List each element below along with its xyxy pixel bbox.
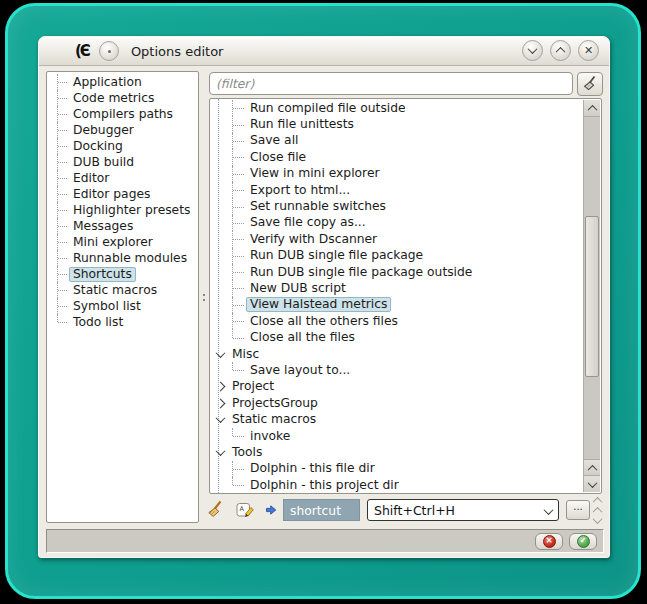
window-title: Options editor [131,44,224,59]
tree-item-label: Run file unittests [246,117,358,132]
sidebar-item-label: Runnable modules [69,251,191,266]
scrollbar-thumb[interactable] [585,216,599,378]
chevron-down-icon [587,478,597,488]
tree-row[interactable]: Save file copy as... [211,215,583,231]
tree-row[interactable]: View in mini explorer [211,166,583,182]
tree-connector [232,100,246,116]
tree-item-label: Run DUB single file package outside [246,265,476,280]
sidebar-item-messages[interactable]: Messages [47,218,198,234]
tree-row[interactable]: Static macros [211,411,583,427]
tree-connector [232,264,246,280]
titlebar[interactable]: (Є Options editor ✕ [39,37,609,66]
tree-row[interactable]: Dolphin - this file dir [211,461,583,477]
tree-connector [232,280,246,296]
tree-row[interactable]: ProjectsGroup [211,395,583,411]
tree-connector [57,138,69,154]
expander-icon[interactable] [213,395,228,411]
tree-connector [232,133,246,149]
cancel-icon: ✕ [543,535,556,548]
accept-button[interactable]: ✓ [569,533,597,550]
tree-row[interactable]: Close all the files [211,329,583,345]
minimize-button[interactable] [522,40,543,61]
sidebar-item-editor-pages[interactable]: Editor pages [47,186,198,202]
scroll-up-button-bottom[interactable] [584,459,600,476]
tree-row[interactable]: Project [211,379,583,395]
tree-row[interactable]: Run DUB single file package outside [211,264,583,280]
tree-row[interactable]: Run DUB single file package [211,248,583,264]
sidebar-item-label: Docking [69,139,127,154]
tree-item-label: Project [228,379,278,394]
sidebar-item-label: Static macros [69,283,161,298]
sidebar-item-code-metrics[interactable]: Code metrics [47,90,198,106]
edit-shortcut-button[interactable]: A [236,502,255,519]
key-pencil-icon: A [236,502,255,519]
scroll-down-button[interactable] [584,475,600,492]
scrollbar-track[interactable] [584,116,600,460]
tree-connector [57,154,69,170]
tree-row[interactable]: Tools [211,444,583,460]
expander-icon[interactable] [213,346,228,362]
sidebar-item-symbol-list[interactable]: Symbol list [47,298,198,314]
tree-connector [57,170,69,186]
clear-filter-button[interactable] [577,72,603,96]
expander-icon[interactable] [213,444,228,460]
sidebar-item-editor[interactable]: Editor [47,170,198,186]
splitter[interactable] [199,71,208,523]
sidebar-item-debugger[interactable]: Debugger [47,122,198,138]
sidebar-item-mini-explorer[interactable]: Mini explorer [47,234,198,250]
expander-icon[interactable] [213,379,228,395]
sidebar-item-shortcuts[interactable]: Shortcuts [47,266,198,282]
tree-row[interactable]: Run file unittests [211,116,583,132]
sidebar-item-dub-build[interactable]: DUB build [47,154,198,170]
tree-item-label: Close file [246,150,310,165]
scroll-up-button[interactable] [584,100,600,117]
tree-item-label: ProjectsGroup [228,396,322,411]
tree-row[interactable]: Close all the others files [211,313,583,329]
tree-row[interactable]: Save layout to... [211,362,583,378]
chevron-up-icon [587,104,597,114]
shortcut-value-combo[interactable]: Shift+Ctrl+H [367,499,559,521]
expander-chevron [216,348,226,358]
filter-input[interactable] [209,72,573,95]
tree-scrollbar[interactable] [583,100,600,492]
svg-text:A: A [240,505,245,513]
sidebar-item-docking[interactable]: Docking [47,138,198,154]
tree-row[interactable]: View Halstead metrics [211,297,583,313]
tree-row[interactable]: Save all [211,133,583,149]
tree-row[interactable]: New DUB script [211,280,583,296]
window-menu-button[interactable] [99,41,119,61]
titlebar-buttons: ✕ [522,40,599,61]
sidebar-item-highlighter-presets[interactable]: Highlighter presets [47,202,198,218]
property-name-label[interactable]: shortcut [283,499,360,521]
tree-connector [57,314,69,330]
tree-row[interactable]: Set runnable switches [211,198,583,214]
sidebar-item-label: Highlighter presets [69,203,194,218]
tree-row[interactable]: invoke [211,428,583,444]
tree-row[interactable]: Export to html... [211,182,583,198]
sidebar-item-todo-list[interactable]: Todo list [47,314,198,330]
tree-connector [232,313,246,329]
tree-connector [232,297,246,313]
sidebar-item-label: Symbol list [69,299,145,314]
menu-dot-icon [108,50,111,53]
shortcut-value: Shift+Ctrl+H [368,503,455,518]
tree-row[interactable]: Close file [211,149,583,165]
maximize-button[interactable] [550,40,571,61]
sidebar-item-label: Mini explorer [69,235,157,250]
tree-row[interactable]: Misc [211,346,583,362]
tree-row[interactable]: Dolphin - this project dir [211,477,583,492]
cancel-button[interactable]: ✕ [535,533,563,550]
sidebar-item-compilers-paths[interactable]: Compilers paths [47,106,198,122]
sidebar-item-static-macros[interactable]: Static macros [47,282,198,298]
broom-button[interactable] [205,500,225,520]
expander-icon[interactable] [213,411,228,427]
tree-row[interactable]: Run compiled file outside [211,100,583,116]
more-button[interactable]: ... [566,500,590,520]
sidebar-item-application[interactable]: Application [47,74,198,90]
tree-item-label: Verify with Dscanner [246,232,381,247]
sidebar-item-runnable-modules[interactable]: Runnable modules [47,250,198,266]
close-button[interactable]: ✕ [578,40,599,61]
tree-row[interactable]: Verify with Dscanner [211,231,583,247]
sidebar-item-label: Editor pages [69,187,154,202]
coedit-logo-icon: (Є [75,42,89,60]
